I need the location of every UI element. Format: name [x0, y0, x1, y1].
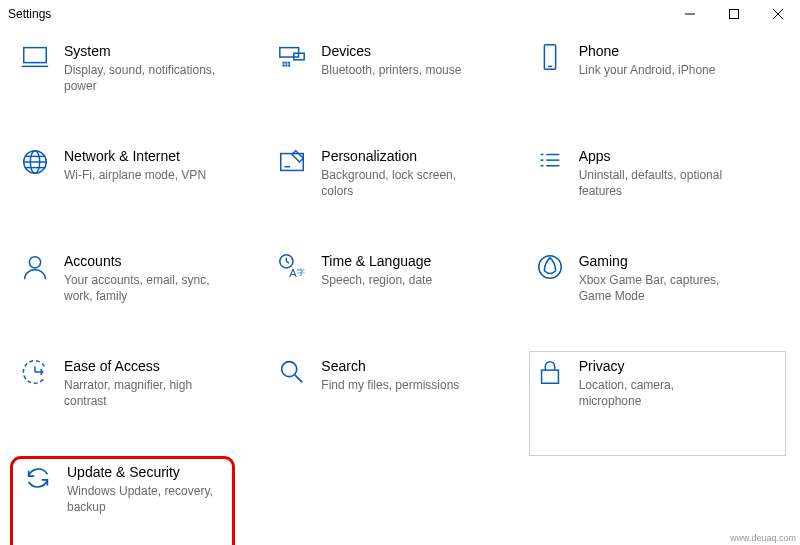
- titlebar: Settings: [0, 0, 800, 28]
- svg-point-9: [286, 62, 287, 63]
- tile-phone[interactable]: Phone Link your Android, iPhone: [529, 36, 786, 141]
- lock-icon: [535, 357, 565, 387]
- svg-line-32: [287, 261, 290, 263]
- tile-title: Accounts: [64, 252, 225, 270]
- svg-point-12: [286, 65, 287, 66]
- tile-title: Time & Language: [321, 252, 432, 270]
- gaming-icon: [535, 252, 565, 282]
- tile-title: Devices: [321, 42, 461, 60]
- search-icon: [277, 357, 307, 387]
- tile-desc: Uninstall, defaults, optional features: [579, 167, 740, 199]
- tile-title: Apps: [579, 147, 740, 165]
- paint-icon: [277, 147, 307, 177]
- tile-desc: Your accounts, email, sync, work, family: [64, 272, 225, 304]
- svg-point-13: [289, 65, 290, 66]
- person-icon: [20, 252, 50, 282]
- window-title: Settings: [8, 7, 51, 21]
- svg-point-8: [283, 62, 284, 63]
- apps-icon: [535, 147, 565, 177]
- tile-title: Ease of Access: [64, 357, 225, 375]
- tile-title: Gaming: [579, 252, 740, 270]
- tile-devices[interactable]: Devices Bluetooth, printers, mouse: [271, 36, 528, 141]
- tile-title: Privacy: [579, 357, 740, 375]
- tile-privacy[interactable]: Privacy Location, camera, microphone: [529, 351, 786, 456]
- settings-grid: System Display, sound, notifications, po…: [0, 28, 800, 545]
- devices-icon: [277, 42, 307, 72]
- tile-apps[interactable]: Apps Uninstall, defaults, optional featu…: [529, 141, 786, 246]
- tile-title: Personalization: [321, 147, 482, 165]
- minimize-button[interactable]: [668, 0, 712, 28]
- ease-of-access-icon: [20, 357, 50, 387]
- tile-title: Phone: [579, 42, 716, 60]
- tile-desc: Display, sound, notifications, power: [64, 62, 225, 94]
- tile-title: Search: [321, 357, 459, 375]
- tile-desc: Background, lock screen, colors: [321, 167, 482, 199]
- close-button[interactable]: [756, 0, 800, 28]
- tile-desc: Wi-Fi, airplane mode, VPN: [64, 167, 206, 183]
- system-icon: [20, 42, 50, 72]
- tile-ease-of-access[interactable]: Ease of Access Narrator, magnifier, high…: [14, 351, 271, 456]
- svg-point-37: [282, 362, 297, 377]
- svg-rect-14: [544, 45, 555, 69]
- svg-rect-1: [730, 10, 739, 19]
- time-language-icon: A 字: [277, 252, 307, 282]
- tile-desc: Narrator, magnifier, high contrast: [64, 377, 225, 409]
- tile-desc: Find my files, permissions: [321, 377, 459, 393]
- window-controls: [668, 0, 800, 28]
- svg-point-35: [538, 256, 561, 279]
- tile-accounts[interactable]: Accounts Your accounts, email, sync, wor…: [14, 246, 271, 351]
- tile-desc: Location, camera, microphone: [579, 377, 740, 409]
- svg-line-38: [295, 375, 303, 383]
- update-icon: [23, 463, 53, 493]
- tile-title: Update & Security: [67, 463, 224, 481]
- svg-point-29: [29, 257, 40, 268]
- svg-rect-4: [24, 48, 47, 63]
- svg-rect-39: [541, 370, 558, 383]
- svg-point-10: [289, 62, 290, 63]
- svg-text:字: 字: [297, 267, 305, 277]
- tile-gaming[interactable]: Gaming Xbox Game Bar, captures, Game Mod…: [529, 246, 786, 351]
- tile-update-security[interactable]: Update & Security Windows Update, recove…: [10, 456, 235, 545]
- tile-desc: Speech, region, date: [321, 272, 432, 288]
- tile-time-language[interactable]: A 字 Time & Language Speech, region, date: [271, 246, 528, 351]
- maximize-button[interactable]: [712, 0, 756, 28]
- tile-title: Network & Internet: [64, 147, 206, 165]
- svg-rect-6: [280, 48, 299, 57]
- tile-personalization[interactable]: Personalization Background, lock screen,…: [271, 141, 528, 246]
- tile-desc: Bluetooth, printers, mouse: [321, 62, 461, 78]
- source-watermark: www.deuaq.com: [730, 533, 796, 543]
- tile-desc: Windows Update, recovery, backup: [67, 483, 224, 515]
- tile-desc: Link your Android, iPhone: [579, 62, 716, 78]
- tile-search[interactable]: Search Find my files, permissions: [271, 351, 528, 456]
- tile-network[interactable]: Network & Internet Wi-Fi, airplane mode,…: [14, 141, 271, 246]
- tile-title: System: [64, 42, 225, 60]
- tile-desc: Xbox Game Bar, captures, Game Mode: [579, 272, 740, 304]
- svg-point-11: [283, 65, 284, 66]
- tile-system[interactable]: System Display, sound, notifications, po…: [14, 36, 271, 141]
- globe-icon: [20, 147, 50, 177]
- phone-icon: [535, 42, 565, 72]
